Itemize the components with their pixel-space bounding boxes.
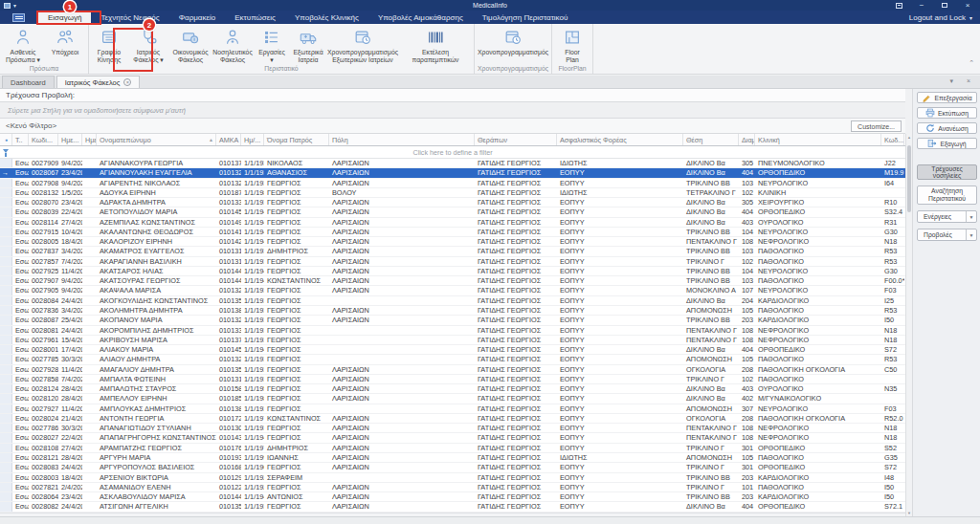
ribbon-collapse-icon[interactable]: ⌃ [969,59,974,67]
table-row[interactable]: Εσω002803922/4/20ΑΕΤΟΠΟΥΛΙΔΟΥ ΜΑΡΙΑ01014… [0,207,905,217]
menu-tab[interactable]: Υποβολές Κλινικής [285,11,368,24]
table-row[interactable]: Εσω002796115/4/20ΑΚΡΙΒΟΥΣΗ ΜΑΡΙΣΑ0101370… [0,336,905,345]
table-row[interactable]: Εσω00279089/4/202ΑΓΙΑΡΕΝΤΗΣ ΝΙΚΟΛΑΟΣ0101… [0,179,905,188]
float-window-icon[interactable] [892,1,905,10]
table-row[interactable]: Εσω002792811/4/20ΑΜΑΓΑΛΙΟΥ ΔΗΜΗΤΡΑ010135… [0,365,905,375]
panel-collapse-icon[interactable]: ▾ [949,77,953,85]
table-row[interactable]: Εσω002811427/4/20ΑΖΕΜΠΙΛΑΣ ΚΩΝΣΤΑΝΤΙΝΟΣ0… [0,218,905,228]
logout-and-lock-button[interactable]: Logout and Lock ▾ [909,11,972,24]
table-row[interactable]: Εσω002806423/4/20ΑΣΚΛΑΒΟΥΛΙΔΟΥ ΜΑΡΙΣΑ010… [0,492,905,502]
table-row[interactable]: Εσω002778630/3/20ΑΠΑΝΑΓΙΩΤΙΔΟΥ ΣΤΥΛΙΑΝΗ0… [0,424,905,433]
vertical-scrollbar[interactable]: ▲ ▼ [905,134,911,516]
close-icon[interactable]: × [961,1,974,10]
refresh-button[interactable]: Ανανέωση [917,122,977,134]
column-header[interactable]: Διαμ... [739,134,755,145]
column-header[interactable]: Κωδι... [29,134,58,145]
ribbon-button[interactable]: Ασθενείς Πρόσωπα ▾ [2,25,44,64]
table-row[interactable]: Εσω002792511/4/20ΑΚΑΤΣΑΡΟΣ ΗΛΙΑΣ01014401… [0,267,905,276]
ribbon-button[interactable]: Γραφείο Κίνησης [91,25,127,64]
filter-bar[interactable]: <Κενό Φίλτρο> Customize... [0,119,905,134]
table-row[interactable]: Εσω002807023/4/20ΑΔΡΑΚΤΑ ΔΗΜΗΤΡΑ01013301… [0,198,905,207]
menu-tab[interactable]: Εκτυπώσεις [225,11,285,24]
column-header[interactable]: Θεράπων [475,134,557,145]
menu-tab[interactable]: Τιμολόγηση Περιστατικού [473,11,578,24]
column-header[interactable]: Ημ/... [241,134,264,145]
table-row[interactable]: Εσω00279059/4/202ΑΚΑΨΑΛΑ ΜΑΡΙΣΑ01013201/… [0,286,905,295]
column-header[interactable]: Θέση [683,134,739,145]
ribbon-button[interactable]: Floor Plan [554,25,590,64]
ribbon-button[interactable]: Υπόχρεοι [44,25,86,64]
current-view-bar[interactable]: Τρέχουσα Προβολή: [0,89,905,102]
column-header[interactable]: Όνομα Πατρός [264,134,329,145]
menu-tab[interactable]: Υποβολές Αιμοκάθαρσης [368,11,473,24]
column-header[interactable]: Ημε... [58,134,82,145]
actions-dropdown[interactable]: Ενέργειες ▼ [917,210,977,223]
restore-icon[interactable] [938,1,951,10]
panel-close-icon[interactable]: × [967,77,970,85]
ribbon-button[interactable]: Χρονοπρογραμματισμός [477,25,549,64]
table-row[interactable]: Εσω002778530/3/20ΑΛΙΑΟΥ ΔΗΜΗΤΡΑ01013201/… [0,355,905,364]
table-row[interactable]: Εσω002810827/4/20ΑΡΑΜΠΑΤΖΗΣ ΓΕΩΡΓΙΟΣ0101… [0,444,905,453]
table-row[interactable]: Εσω002808224/4/20ΑΤΣΙΓΩΝΗ ΑΓΓΕΛΙΚΗ010135… [0,502,905,512]
menu-tab[interactable]: Τεχνητός Νεφρός [91,11,168,24]
column-header[interactable]: Ονοματεπώνυμο▲ [97,134,216,145]
ribbon-button[interactable]: Εξωτερικά Ιατρεία [290,25,326,64]
table-row[interactable]: Εσω002808324/4/20ΑΡΓΥΡΟΠΟΥΛΟΣ ΒΑΣΙΛΕΙΟΣ0… [0,463,905,472]
application-menu-button[interactable] [6,11,31,24]
table-row[interactable]: Εσω002808725/4/20ΑΚΟΠΑΝΟΥ ΜΑΡΙΑ01013201/… [0,316,905,325]
chevron-down-icon[interactable]: ▼ [966,229,976,240]
table-row[interactable]: Εσω002791510/4/20ΑΚΑΛΑΝΤΩΝΗΣ ΘΕΟΔΩΡΟΣ010… [0,228,905,237]
chevron-down-icon[interactable]: ▼ [966,211,976,222]
ribbon-button[interactable]: Οικονομικός Φάκελος [169,25,212,64]
column-header[interactable]: Ασφαλιστικός Φορέας [557,134,683,145]
column-header[interactable]: Κλινική [755,134,881,145]
column-header[interactable]: ΑΜΚΑ [216,134,241,145]
scrollbar-thumb[interactable] [907,145,911,212]
column-header[interactable]: ● [0,134,12,145]
ribbon-button[interactable]: Εκτέλεση παραπεμπτικών [399,25,472,64]
column-header[interactable]: Ημε... [82,134,97,145]
menu-tab[interactable]: Εισαγωγή [38,11,91,24]
group-by-bar[interactable]: Σύρετε μια Στήλη για να ομαδοποιήσετε σύ… [0,102,905,119]
table-row[interactable]: Εσω002812128/4/20ΑΡΓΥΡΗ ΜΑΡΙΑ01019301/1/… [0,453,905,463]
table-row[interactable]: Εσω002792711/4/20ΑΜΠΛΟΥΚΑΣ ΔΗΜΗΤΡΙΟΣ0101… [0,404,905,414]
tab-close-icon[interactable]: × [123,78,131,86]
document-tab[interactable]: Dashboard [2,76,55,88]
table-row[interactable]: →Εσω002806723/4/20ΑΓΙΑΝΝΟΥΛΑΚΗ ΕΥΑΓΓΕΛΙΑ… [0,168,905,178]
table-row[interactable]: Εσω002808124/4/20ΑΚΟΡΟΜΠΙΛΗΣ ΔΗΜΗΤΡΙΟΣ01… [0,326,905,336]
table-row[interactable]: Εσω00279079/4/202ΑΚΑΤΣΟΥΡΑΣ ΓΕΩΡΓΙΟΣ0101… [0,276,905,286]
customize-button[interactable]: Customize... [851,120,902,132]
table-row[interactable]: Εσω002808424/4/20ΑΚΟΓΚΟΥΛΙΔΗΣ ΚΩΝΣΤΑΝΤΙΝ… [0,296,905,306]
column-header[interactable]: Τ.. [12,134,29,145]
column-header[interactable]: Πόλη [329,134,475,145]
table-row[interactable]: Εσω00278363/4/202ΑΚΟΛΗΜΗΤΡΑ ΔΗΜΗΤΡΑ01013… [0,306,905,316]
column-header[interactable]: Κωδ... [881,134,904,145]
search-case-button[interactable]: Αναζήτηση Περιστατικού [917,186,977,205]
ribbon-button[interactable]: Εργασίες ▾ [254,25,290,64]
table-row[interactable]: Εσω002802421/4/20ΑΝΤΟΝΤΗ ΓΕΩΡΓΙΑ01017201… [0,414,905,424]
table-row[interactable]: Εσω00281321/5/202ΑΔΟΥΚΑ ΕΙΡΗΝΗ01018731/1… [0,188,905,198]
table-row[interactable]: Εσω00278373/4/202ΑΚΑΜΑΤΡΟΣ ΕΥΑΓΓΕΛΟΣ0101… [0,247,905,256]
auto-filter-row[interactable]: Click here to define a filter [0,146,905,159]
table-row[interactable]: Εσω002800518/4/20ΑΚΑΛΟΡΙΖΟΥ ΕΙΡΗΝΗ010142… [0,237,905,247]
print-button[interactable]: Εκτύπωση [917,107,977,119]
table-row[interactable]: Εσω00279099/4/202ΑΓΙΑΝΝΑΚΟΥΡΑ ΓΕΩΡΓΙΑ010… [0,159,905,168]
table-row[interactable]: Εσω00278212/4/202ΑΣΑΜΑΝΙΔΟΥ ΕΛΕΝΗ0101220… [0,483,905,492]
export-button[interactable]: Εξαγωγή [917,138,977,149]
table-row[interactable]: Εσω002802722/4/20ΑΠΑΠΑΓΡΗΓΟΡΗΣ ΚΩΝΣΤΑΝΤΙ… [0,433,905,443]
edit-button[interactable]: Επεξεργασία [917,92,977,103]
table-row[interactable]: Εσω00278577/4/202ΑΚΑΡΑΓΙΑΝΝΗ ΒΑΣΙΛΙΚΗ010… [0,257,905,267]
views-dropdown[interactable]: Προβολές ▼ [917,229,977,241]
ribbon-button[interactable]: Ιατρικός Φάκελος ▾ [127,25,169,64]
table-row[interactable]: Εσω002812028/4/20ΑΜΠΕΛΛΟΥ ΕΙΡΗΝΗ01018501… [0,394,905,404]
ribbon-button[interactable]: Χρονοπρογραμματισμός Εξωτερικών Ιατρείων [326,25,399,64]
table-row[interactable]: Εσω002812428/4/20ΑΜΠΑΛΩΤΗΣ ΣΤΑΥΡΟΣ010158… [0,384,905,394]
minimize-icon[interactable]: − [915,1,928,10]
ribbon-button[interactable]: Νοσηλευτικός Φάκελος [212,25,254,64]
table-row[interactable]: Εσω00278587/4/202ΑΜΠΑΛΤΑ ΦΩΤΕΙΝΗ01013101… [0,375,905,384]
table-row[interactable]: Εσω002800117/4/20ΑΛΙΑΚΟΥ ΜΑΡΙΑ01014501/1… [0,345,905,355]
document-tab[interactable]: Ιατρικός Φάκελος× [56,76,141,88]
table-row[interactable]: Εσω002800318/4/20ΑΡΣΕΝΙΟΥ ΒΙΚΤΩΡΙΑ010129… [0,473,905,483]
menu-tab[interactable]: Φαρμακείο [169,11,226,24]
current-hospitalizations-button[interactable]: Τρέχουσες νοσηλείες [917,164,977,180]
